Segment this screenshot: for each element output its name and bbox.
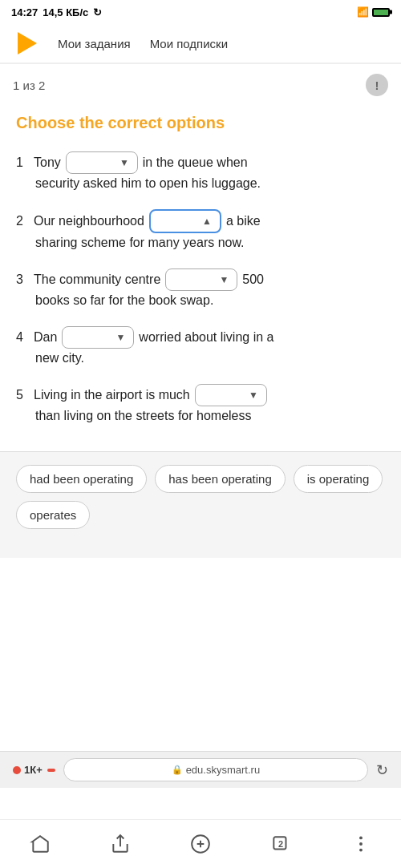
q5-number: 5 bbox=[16, 386, 29, 405]
question-5: 5 Living in the airport is much than liv… bbox=[16, 381, 385, 429]
tabs-count: 2 bbox=[278, 839, 283, 849]
word-chip-4[interactable]: operates bbox=[16, 501, 90, 529]
q4-continuation: new city. bbox=[35, 349, 385, 368]
q5-dropdown[interactable] bbox=[195, 384, 267, 406]
q2-continuation: sharing scheme for many years now. bbox=[35, 233, 385, 252]
question-1: 1 Tony in the queue when security asked … bbox=[16, 148, 385, 196]
status-bar: 14:27 14,5 КБ/с ↻ 📶 bbox=[0, 0, 401, 24]
top-nav: Мои задания Мои подписки bbox=[0, 24, 401, 63]
q3-before: The community centre bbox=[34, 270, 160, 289]
section-title: Choose the correct options bbox=[16, 114, 385, 132]
q2-after: a bike bbox=[226, 212, 261, 231]
lock-icon: 🔒 bbox=[172, 765, 183, 775]
svg-point-4 bbox=[359, 836, 363, 839]
menu-button[interactable] bbox=[345, 828, 377, 860]
alert-icon[interactable]: ! bbox=[366, 74, 388, 96]
word-chip-2[interactable]: has been operating bbox=[155, 465, 285, 493]
q3-dropdown[interactable] bbox=[165, 268, 237, 291]
home-button[interactable] bbox=[24, 828, 56, 860]
url-text: edu.skysmart.ru bbox=[186, 764, 260, 776]
q1-after: in the queue when bbox=[143, 153, 248, 172]
main-content: Choose the correct options 1 Tony in the… bbox=[0, 106, 401, 451]
q1-dropdown[interactable] bbox=[66, 151, 138, 174]
q1-number: 1 bbox=[16, 153, 29, 172]
q3-dropdown-arrow bbox=[219, 273, 229, 287]
question-2: 2 Our neighbourhood a bike sharing schem… bbox=[16, 206, 385, 256]
android-nav: 2 bbox=[0, 819, 401, 868]
chat-badge-bar bbox=[47, 769, 55, 772]
chat-dot bbox=[13, 766, 21, 774]
time: 14:27 bbox=[11, 6, 38, 18]
q2-dropdown[interactable] bbox=[149, 209, 221, 233]
word-chip-4-label: operates bbox=[30, 508, 76, 522]
play-icon bbox=[18, 32, 37, 55]
chat-badge[interactable]: 1К+ bbox=[13, 764, 55, 776]
svg-point-6 bbox=[359, 849, 363, 852]
word-options-area: had been operating has been operating is… bbox=[0, 451, 401, 542]
tabs-button[interactable]: 2 bbox=[265, 828, 297, 860]
page-indicator: 1 из 2 bbox=[13, 79, 45, 92]
page-indicator-bar: 1 из 2 ! bbox=[0, 64, 401, 106]
q5-continuation: than living on the streets for homeless bbox=[35, 406, 385, 426]
q2-before: Our neighbourhood bbox=[34, 212, 144, 231]
q3-number: 3 bbox=[16, 270, 29, 289]
q4-before: Dan bbox=[34, 328, 57, 347]
q1-dropdown-arrow bbox=[119, 155, 129, 170]
word-chip-2-label: has been operating bbox=[168, 472, 271, 486]
q1-before: Tony bbox=[34, 153, 61, 172]
network-speed: 14,5 КБ/с bbox=[43, 6, 88, 18]
share-button[interactable] bbox=[104, 828, 136, 860]
word-chip-1[interactable]: had been operating bbox=[16, 465, 147, 493]
battery-icon bbox=[372, 8, 390, 17]
reload-button[interactable]: ↻ bbox=[376, 761, 388, 779]
chat-count: 1К+ bbox=[24, 764, 43, 776]
sync-icon: ↻ bbox=[93, 6, 102, 18]
nav-links: Мои задания Мои подписки bbox=[58, 37, 228, 50]
q4-number: 4 bbox=[16, 328, 29, 347]
bottom-url-bar: 1К+ 🔒 edu.skysmart.ru ↻ bbox=[0, 751, 401, 788]
word-chip-3[interactable]: is operating bbox=[294, 465, 383, 493]
add-button[interactable] bbox=[184, 828, 217, 860]
q4-dropdown-arrow bbox=[115, 330, 125, 345]
nav-my-subscriptions[interactable]: Мои подписки bbox=[150, 37, 228, 50]
q5-before: Living in the airport is much bbox=[34, 386, 190, 405]
q2-dropdown-arrow bbox=[202, 214, 212, 228]
q4-dropdown[interactable] bbox=[62, 326, 134, 349]
url-box[interactable]: 🔒 edu.skysmart.ru bbox=[63, 758, 368, 781]
word-chip-1-label: had been operating bbox=[30, 472, 133, 486]
q4-after: worried about living in a bbox=[139, 328, 273, 347]
q3-after: 500 bbox=[242, 270, 264, 289]
nav-my-tasks[interactable]: Мои задания bbox=[58, 37, 131, 50]
q2-number: 2 bbox=[16, 212, 29, 231]
signal-icon: 📶 bbox=[357, 6, 369, 18]
q5-dropdown-arrow bbox=[249, 388, 258, 402]
q3-continuation: books so far for the book swap. bbox=[35, 291, 385, 310]
q1-continuation: security asked him to open his luggage. bbox=[35, 174, 385, 193]
question-4: 4 Dan worried about living in a new city… bbox=[16, 323, 385, 371]
word-chip-3-label: is operating bbox=[307, 472, 370, 486]
app-logo bbox=[13, 32, 42, 55]
questions-list: 1 Tony in the queue when security asked … bbox=[16, 148, 385, 438]
svg-point-5 bbox=[359, 842, 363, 846]
question-3: 3 The community centre 500 books so far … bbox=[16, 265, 385, 313]
